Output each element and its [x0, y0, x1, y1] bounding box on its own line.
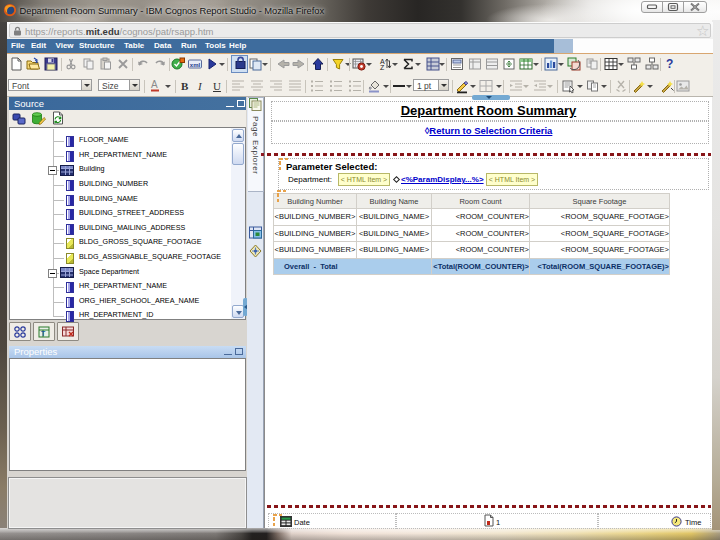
- svg-text:A: A: [151, 79, 158, 90]
- svg-text:Z: Z: [380, 64, 385, 71]
- svg-text:xml: xml: [190, 62, 201, 68]
- svg-text:T: T: [41, 330, 46, 337]
